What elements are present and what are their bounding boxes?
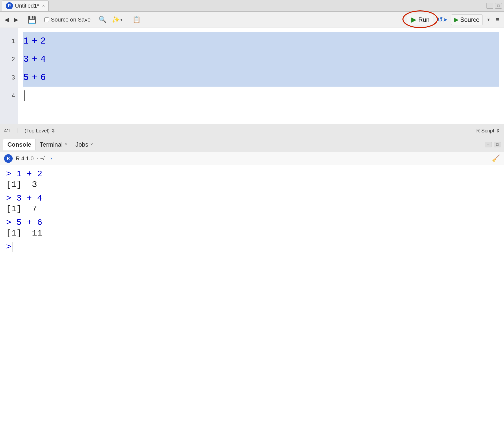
source-on-save-group: Source on Save	[44, 16, 91, 23]
console-path-label: · ~/	[37, 155, 45, 162]
separator-1	[23, 15, 23, 24]
forward-icon: ▶	[14, 16, 18, 23]
op-3: +	[32, 72, 37, 83]
code-4: 4	[40, 54, 46, 65]
console-prompt: >	[6, 242, 11, 252]
run-button[interactable]: ▶ Run	[407, 14, 434, 25]
terminal-tab-close[interactable]: ×	[65, 142, 67, 147]
run-button-wrapper: ▶ Run	[407, 14, 434, 25]
separator-3	[94, 15, 94, 24]
console-panel: Console Terminal × Jobs × — □ R R 4.1.0 …	[0, 137, 504, 430]
maximize-button[interactable]: □	[495, 3, 502, 9]
console-tab-terminal[interactable]: Terminal ×	[36, 139, 71, 150]
text-cursor	[24, 90, 25, 101]
status-script-text: R Script ⇕	[476, 128, 500, 134]
r-logo-console: R	[4, 154, 13, 163]
console-tab-console[interactable]: Console	[3, 139, 36, 150]
search-icon: 🔍	[99, 16, 107, 24]
line-num-3: 3	[0, 68, 18, 87]
notepad-button[interactable]: 📋	[131, 15, 142, 25]
code-3: 3	[23, 54, 29, 65]
line-num-4: 4	[0, 87, 18, 105]
code-line-1: 1 + 2	[23, 32, 499, 50]
code-6: 6	[40, 72, 46, 83]
redo-arrow-icon: ➤	[443, 16, 448, 23]
run-label: Run	[418, 16, 430, 23]
console-cmd-2: > 3 + 4	[6, 193, 498, 203]
terminal-tab-label: Terminal	[40, 141, 63, 148]
status-level-text: (Top Level) ⇕	[25, 128, 55, 134]
status-separator: |	[17, 128, 18, 133]
menu-button[interactable]: ≡	[494, 15, 501, 25]
status-level[interactable]: (Top Level) ⇕	[25, 128, 55, 134]
console-cursor	[12, 242, 12, 252]
r-version-label: R 4.1.0	[16, 155, 34, 162]
tab-bar: R Untitled1* × — □	[0, 0, 504, 12]
code-line-2: 3 + 4	[23, 50, 499, 68]
code-5: 5	[23, 72, 29, 83]
console-info-bar: R R 4.1.0 · ~/ ⇒ 🧹	[0, 152, 504, 165]
back-icon: ◀	[5, 16, 9, 23]
console-input-line[interactable]: >	[6, 242, 498, 252]
notepad-icon: 📋	[132, 16, 141, 24]
console-tab-jobs[interactable]: Jobs ×	[71, 139, 97, 150]
source-on-save-label: Source on Save	[51, 16, 91, 23]
r-icon: R	[6, 2, 13, 9]
console-tab-label: Console	[7, 141, 31, 148]
wand-dropdown-icon: ▼	[120, 18, 123, 22]
separator-4	[128, 15, 128, 24]
console-clear-button[interactable]: 🧹	[492, 154, 500, 163]
forward-button[interactable]: ▶	[12, 15, 20, 24]
console-result-1: [1] 3	[6, 180, 498, 189]
code-2: 2	[40, 36, 46, 46]
separator-2	[41, 15, 41, 24]
console-cmd-1: > 1 + 2	[6, 169, 498, 179]
source-button[interactable]: ▶ Source	[451, 14, 483, 25]
back-button[interactable]: ◀	[3, 15, 10, 24]
toolbar-right: ▶ Run ↺ ➤ ▶ Source ▼ ≡	[407, 14, 501, 25]
minimize-button[interactable]: —	[486, 3, 493, 9]
save-button[interactable]: 💾	[26, 14, 38, 25]
run-arrow-icon: ▶	[411, 16, 416, 24]
code-1: 1	[23, 36, 29, 46]
console-result-2: [1] 7	[6, 204, 498, 214]
window-controls: — □	[486, 3, 502, 9]
console-window-controls: — □	[485, 142, 501, 147]
console-result-3: [1] 11	[6, 228, 498, 238]
console-cmd-3: > 5 + 6	[6, 218, 498, 227]
cursor-position: 4:1	[4, 128, 11, 133]
redo-button[interactable]: ↺ ➤	[436, 15, 449, 25]
source-on-save-checkbox[interactable]	[44, 17, 49, 22]
tab-title: Untitled1*	[15, 3, 39, 9]
console-minimize-button[interactable]: —	[485, 142, 492, 147]
code-line-4	[23, 87, 499, 105]
source-arrow-icon: ▶	[454, 16, 459, 23]
op-1: +	[32, 36, 37, 46]
cursor-line	[23, 87, 25, 105]
source-dropdown-button[interactable]: ▼	[485, 16, 492, 23]
source-dropdown-icon: ▼	[487, 17, 491, 22]
jobs-tab-close[interactable]: ×	[90, 142, 93, 147]
redo-icon: ↺	[437, 16, 443, 24]
editor-tab[interactable]: R Untitled1* ×	[2, 1, 49, 11]
op-2: +	[32, 54, 37, 65]
line-numbers: 1 2 3 4	[0, 28, 18, 124]
console-output[interactable]: > 1 + 2 [1] 3 > 3 + 4 [1] 7 > 5 + 6 [1] …	[0, 165, 504, 430]
search-button[interactable]: 🔍	[97, 15, 108, 25]
editor-panel: R Untitled1* × — □ ◀ ▶ 💾	[0, 0, 504, 137]
editor-area[interactable]: 1 2 3 4 1 + 2 3 + 4 5 + 6	[0, 28, 504, 124]
console-tab-bar: Console Terminal × Jobs × — □	[0, 137, 504, 152]
main-container: R Untitled1* × — □ ◀ ▶ 💾	[0, 0, 504, 430]
line-num-2: 2	[0, 50, 18, 68]
navigate-arrow[interactable]: ⇒	[48, 155, 52, 162]
editor-toolbar: ◀ ▶ 💾 Source on Save 🔍 ✨ ▼	[0, 12, 504, 28]
console-maximize-button[interactable]: □	[494, 142, 501, 147]
status-script[interactable]: R Script ⇕	[476, 128, 500, 134]
tab-close-button[interactable]: ×	[42, 3, 45, 9]
wand-button[interactable]: ✨ ▼	[110, 15, 125, 25]
save-icon: 💾	[28, 15, 36, 24]
editor-status-bar: 4:1 | (Top Level) ⇕ R Script ⇕	[0, 124, 504, 137]
code-area[interactable]: 1 + 2 3 + 4 5 + 6	[18, 28, 504, 124]
menu-icon: ≡	[496, 16, 499, 24]
wand-icon: ✨	[112, 16, 120, 24]
